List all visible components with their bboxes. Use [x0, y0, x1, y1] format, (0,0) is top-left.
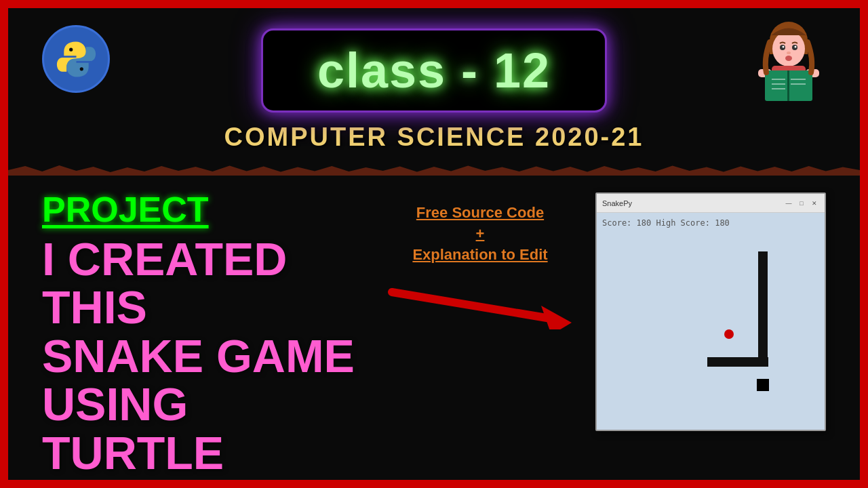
cs-title: COMPUTER SCIENCE 2020-21: [8, 123, 860, 152]
bottom-section: PROJECT I CREATED THIS SNAKE GAME USING …: [8, 189, 860, 477]
top-section: class - 12: [8, 8, 860, 119]
free-source-box: Free Source Code + Explanation to Edit: [412, 203, 547, 265]
food-dot: [724, 329, 734, 339]
project-text: PROJECT: [42, 190, 209, 229]
right-content: SnakePy — □ ✕ Score: 180 High Score: 180: [595, 189, 826, 477]
minimize-button[interactable]: —: [784, 199, 793, 208]
window-title-text: SnakePy: [602, 199, 632, 207]
free-source-line1: Free Source Code + Explanation to Edit: [412, 203, 547, 265]
svg-point-0: [69, 47, 73, 51]
window-controls: — □ ✕: [784, 199, 819, 208]
python-logo: [42, 25, 110, 93]
reading-girl-svg: [751, 22, 826, 110]
cs-title-text: COMPUTER SCIENCE 2020-21: [224, 123, 644, 151]
python-logo-svg: [54, 37, 98, 81]
svg-rect-15: [787, 70, 789, 101]
close-button[interactable]: ✕: [810, 199, 819, 208]
svg-marker-22: [541, 306, 572, 329]
main-title: I CREATED THIS SNAKE GAME USING TURTLE: [42, 235, 365, 477]
main-content: class - 12: [8, 8, 860, 480]
arrow-container: [378, 275, 582, 329]
svg-point-7: [783, 46, 785, 48]
svg-point-9: [787, 52, 791, 54]
snake-segment-top: [758, 251, 768, 360]
snake-segment-bottom: [707, 357, 768, 367]
divider: [8, 152, 860, 186]
class-badge: class - 12: [261, 28, 607, 113]
game-window: SnakePy — □ ✕ Score: 180 High Score: 180: [595, 192, 826, 431]
outer-border: class - 12: [0, 0, 868, 488]
snake-head: [757, 379, 769, 391]
svg-point-1: [79, 67, 83, 70]
main-title-line2: SNAKE GAME: [42, 332, 365, 380]
main-title-line1: I CREATED THIS: [42, 235, 365, 332]
window-titlebar: SnakePy — □ ✕: [597, 194, 825, 213]
svg-point-4: [772, 31, 805, 66]
svg-point-8: [795, 46, 797, 48]
red-arrow-svg: [378, 275, 582, 329]
project-label: PROJECT: [42, 189, 365, 230]
score-bar: Score: 180 High Score: 180: [602, 218, 819, 228]
main-title-line3: USING TURTLE: [42, 380, 365, 477]
left-content: PROJECT I CREATED THIS SNAKE GAME USING …: [42, 189, 365, 477]
middle-content: Free Source Code + Explanation to Edit: [378, 189, 582, 477]
rough-line: [8, 162, 860, 176]
maximize-button[interactable]: □: [797, 199, 806, 208]
svg-line-21: [392, 292, 555, 319]
svg-point-10: [785, 56, 792, 61]
game-area: Score: 180 High Score: 180: [597, 213, 825, 430]
snake-canvas: [602, 231, 819, 424]
class-text: class - 12: [317, 43, 551, 98]
reading-girl: [751, 22, 826, 103]
